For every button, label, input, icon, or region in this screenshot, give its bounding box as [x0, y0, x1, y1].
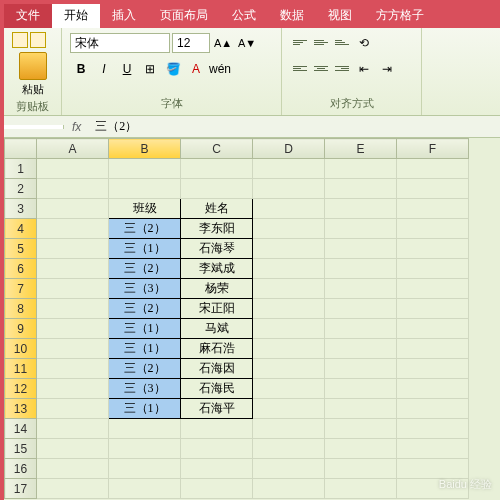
cell[interactable]: [397, 299, 469, 319]
row-header[interactable]: 9: [5, 319, 37, 339]
cell[interactable]: 麻石浩: [181, 339, 253, 359]
cell[interactable]: [253, 299, 325, 319]
select-all-corner[interactable]: [5, 139, 37, 159]
cell[interactable]: [109, 159, 181, 179]
decrease-font-icon[interactable]: A▼: [236, 32, 258, 54]
phonetic-button[interactable]: wén: [208, 58, 230, 80]
worksheet[interactable]: A B C D E F 123班级姓名4三（2）李东阳5三（1）石海琴6三（2）…: [4, 138, 500, 499]
fill-color-button[interactable]: 🪣: [162, 58, 184, 80]
cell[interactable]: [397, 399, 469, 419]
cell[interactable]: 三（1）: [109, 239, 181, 259]
font-name-select[interactable]: [70, 33, 170, 53]
row-header[interactable]: 12: [5, 379, 37, 399]
cell[interactable]: [37, 479, 109, 499]
cell[interactable]: [397, 239, 469, 259]
cell[interactable]: [109, 419, 181, 439]
cell[interactable]: [37, 459, 109, 479]
tab-data[interactable]: 数据: [268, 4, 316, 28]
cell[interactable]: [253, 179, 325, 199]
cell[interactable]: [397, 419, 469, 439]
cell[interactable]: 石海因: [181, 359, 253, 379]
cell[interactable]: [325, 219, 397, 239]
paste-button[interactable]: 粘贴: [10, 52, 55, 97]
font-size-select[interactable]: [172, 33, 210, 53]
align-right-icon[interactable]: [332, 58, 352, 78]
cell[interactable]: 姓名: [181, 199, 253, 219]
cell[interactable]: [181, 159, 253, 179]
cell[interactable]: [253, 219, 325, 239]
cell[interactable]: 三（2）: [109, 259, 181, 279]
cell[interactable]: [253, 319, 325, 339]
cell[interactable]: [109, 459, 181, 479]
cell[interactable]: [325, 419, 397, 439]
row-header[interactable]: 15: [5, 439, 37, 459]
cell[interactable]: [325, 239, 397, 259]
cell[interactable]: [397, 459, 469, 479]
row-header[interactable]: 10: [5, 339, 37, 359]
tab-home[interactable]: 开始: [52, 4, 100, 28]
underline-button[interactable]: U: [116, 58, 138, 80]
cell[interactable]: [253, 259, 325, 279]
cell[interactable]: [397, 359, 469, 379]
cell[interactable]: [325, 159, 397, 179]
tab-file[interactable]: 文件: [4, 4, 52, 28]
cell[interactable]: [325, 259, 397, 279]
row-header[interactable]: 3: [5, 199, 37, 219]
cell[interactable]: [37, 419, 109, 439]
cell[interactable]: [37, 239, 109, 259]
row-header[interactable]: 7: [5, 279, 37, 299]
cell[interactable]: [397, 439, 469, 459]
row-header[interactable]: 5: [5, 239, 37, 259]
cell[interactable]: [253, 339, 325, 359]
tab-view[interactable]: 视图: [316, 4, 364, 28]
cell[interactable]: [37, 159, 109, 179]
cell[interactable]: [109, 179, 181, 199]
cell[interactable]: 李东阳: [181, 219, 253, 239]
cell[interactable]: [325, 359, 397, 379]
col-header-f[interactable]: F: [397, 139, 469, 159]
tab-insert[interactable]: 插入: [100, 4, 148, 28]
cell[interactable]: [253, 239, 325, 259]
row-header[interactable]: 6: [5, 259, 37, 279]
cell[interactable]: [253, 459, 325, 479]
cell[interactable]: [397, 339, 469, 359]
cell[interactable]: 三（3）: [109, 279, 181, 299]
cell[interactable]: 杨荣: [181, 279, 253, 299]
tab-formula[interactable]: 公式: [220, 4, 268, 28]
cell[interactable]: [325, 299, 397, 319]
cell[interactable]: 三（2）: [109, 219, 181, 239]
cell[interactable]: [37, 299, 109, 319]
cell[interactable]: [325, 379, 397, 399]
cell[interactable]: [253, 159, 325, 179]
cell[interactable]: [37, 219, 109, 239]
name-box[interactable]: [4, 125, 64, 129]
formula-input[interactable]: 三（2）: [89, 116, 500, 137]
cell[interactable]: 三（1）: [109, 399, 181, 419]
cell[interactable]: 三（1）: [109, 319, 181, 339]
border-button[interactable]: ⊞: [139, 58, 161, 80]
row-header[interactable]: 17: [5, 479, 37, 499]
cell[interactable]: [37, 399, 109, 419]
row-header[interactable]: 16: [5, 459, 37, 479]
align-bottom-icon[interactable]: [332, 32, 352, 52]
cell[interactable]: [397, 259, 469, 279]
cell[interactable]: [325, 439, 397, 459]
cell[interactable]: [37, 359, 109, 379]
cell[interactable]: [37, 439, 109, 459]
cell[interactable]: 石海琴: [181, 239, 253, 259]
increase-font-icon[interactable]: A▲: [212, 32, 234, 54]
cell[interactable]: [181, 479, 253, 499]
align-top-icon[interactable]: [290, 32, 310, 52]
col-header-b[interactable]: B: [109, 139, 181, 159]
cell[interactable]: [181, 459, 253, 479]
cell[interactable]: [253, 399, 325, 419]
indent-decrease-icon[interactable]: ⇤: [353, 58, 375, 80]
cell[interactable]: [181, 439, 253, 459]
cell[interactable]: 宋正阳: [181, 299, 253, 319]
cell[interactable]: [109, 479, 181, 499]
cell[interactable]: 三（3）: [109, 379, 181, 399]
align-left-icon[interactable]: [290, 58, 310, 78]
cell[interactable]: [253, 279, 325, 299]
row-header[interactable]: 1: [5, 159, 37, 179]
cell[interactable]: [37, 379, 109, 399]
